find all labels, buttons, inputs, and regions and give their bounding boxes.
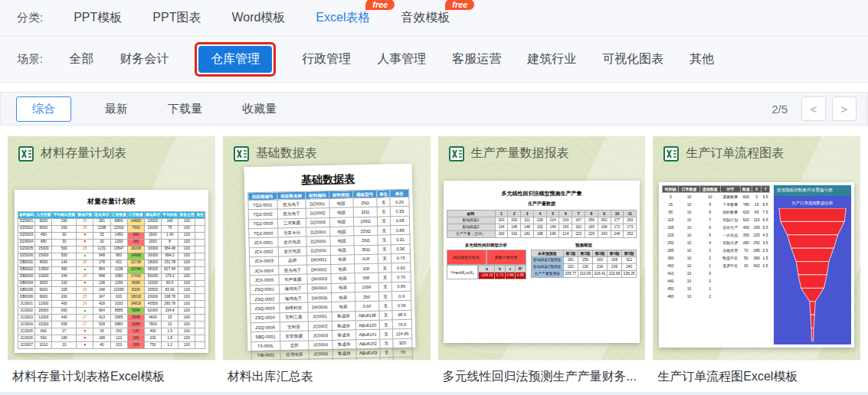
table-header-cell: 订单数量 <box>679 186 699 193</box>
table-cell: DR0006 <box>308 302 332 312</box>
table-header-cell: 5 <box>546 211 559 217</box>
table-cell: 10 <box>679 239 699 246</box>
table-cell: DB0001 <box>18 260 35 266</box>
scene-item-construction[interactable]: 建筑行业 <box>527 51 576 67</box>
table-cell: 100 <box>179 280 195 287</box>
table-cell: 15200 <box>35 322 52 328</box>
table-cell: 151.78 <box>162 260 179 266</box>
funnel-chart-block: 使用指标控制条件设置漏斗图 生产订单流程数据分析 <box>774 185 851 344</box>
sort-favorites[interactable]: 收藏量 <box>242 102 277 116</box>
card-caption[interactable]: 材料出库汇总表 <box>223 360 431 392</box>
table-cell <box>195 335 205 342</box>
table-cell: 电阻 <box>330 245 354 255</box>
card-caption[interactable]: 多元线性回归法预测生产产量财务... <box>438 360 646 392</box>
card-caption[interactable]: 生产订单流程图Excel模板 <box>653 360 860 392</box>
table-cell: 0.5 <box>762 263 770 270</box>
table-cell: 246 <box>611 231 624 238</box>
table-cell: 100Ω <box>353 217 378 227</box>
funnel-chart <box>778 208 847 341</box>
prev-page-button[interactable]: < <box>801 96 826 121</box>
table-cell: 电容 <box>331 283 355 293</box>
scene-item-admin[interactable]: 行政管理 <box>302 51 351 67</box>
table-cell: 162 <box>508 231 521 238</box>
tab-excel-sheet[interactable]: Excel表格 free <box>316 10 370 26</box>
table-cell: 600 <box>52 308 77 315</box>
sheet-title: 多元线性回归法模型预测生产产量 <box>447 190 637 198</box>
table-cell: 508 <box>52 322 77 328</box>
table-cell: 0 <box>663 193 679 201</box>
table-cell: 支 <box>380 357 393 360</box>
table-cell: 10 <box>679 278 699 286</box>
scene-item-finance[interactable]: 财务会计 <box>120 51 169 67</box>
table-cell: 500 <box>52 253 77 260</box>
table-cell: 26 <box>77 260 93 266</box>
tab-sound-template[interactable]: 音效模板 free <box>401 10 450 26</box>
table-header-cell: 6 <box>559 211 572 217</box>
card-preview[interactable]: 基础数据表 基础数据表 供应商编号供应商名称材料编码材料类别规格型号单位单价TQ… <box>223 136 431 360</box>
table-cell: 0.73 <box>495 273 505 279</box>
table-cell: 162 <box>572 224 585 231</box>
table-cell: ZSQ-0003 <box>251 303 280 313</box>
card-preview[interactable]: 材料存量计划表 材量存量计划表 材料编码当月用量平均每日用量警戒天数现有库存订货… <box>8 136 215 360</box>
table-cell: 17430 <box>127 273 144 280</box>
table-cell: 1.8 <box>162 335 179 342</box>
sort-newest[interactable]: 最新 <box>105 102 128 116</box>
scene-item-all[interactable]: 全部 <box>69 51 93 67</box>
table-cell: DR0003 <box>307 274 331 284</box>
card-caption[interactable]: 材料存量计划表格Excel模板 <box>8 360 215 392</box>
table-row: DZ000515000500281231138471820830000384.4… <box>18 246 205 253</box>
table-cell: 15000 <box>35 253 52 260</box>
table-cell: 3000 <box>35 280 52 287</box>
table-cell: 450 <box>35 232 52 239</box>
table-cell: 198.78 <box>162 294 179 301</box>
table-cell: 制造不良 <box>720 255 740 263</box>
table-cell: 27 <box>77 315 93 322</box>
table-cell: 2.5 <box>762 246 770 254</box>
table-cell: 30500 <box>144 287 161 294</box>
scene-item-visual-chart[interactable]: 可视化图表 <box>602 51 663 67</box>
table-header-cell: 2 <box>508 211 521 217</box>
sort-downloads[interactable]: 下载量 <box>168 102 202 116</box>
table-cell: 165 <box>752 224 762 231</box>
table-row: JC0007101033▼402032087501.2100 <box>18 342 205 349</box>
table-cell: 122 <box>110 335 127 342</box>
table-cell: 100 <box>179 322 195 328</box>
table-row: 生产产量预测值205.77210.09216.41222.68228.25 <box>531 271 637 278</box>
table-cell: 电阻 <box>329 227 353 237</box>
table-cell: 8585 <box>110 308 127 315</box>
scene-item-service[interactable]: 客服运营 <box>452 51 501 67</box>
table-cell: 15000 <box>35 246 52 253</box>
table-row: 影响因素1200202211228224234247256262277282 <box>447 217 637 224</box>
table-cell <box>195 280 205 287</box>
table-cell <box>195 253 205 260</box>
table-cell: 10 <box>679 270 699 278</box>
table-cell: 165 <box>585 224 598 231</box>
scene-item-other[interactable]: 其他 <box>689 51 714 67</box>
card-preview[interactable]: 生产订单流程图表 时间轴订单数量流程数量环节数量XY01010调拨数量82009… <box>653 136 860 360</box>
table-cell: ▲ <box>77 308 93 315</box>
sheet-title: 材量存量计划表 <box>18 197 205 207</box>
table-cell: ABu8120 <box>355 320 380 330</box>
sort-comprehensive[interactable]: 综合 <box>16 96 71 122</box>
tab-word-template[interactable]: Word模板 <box>231 10 285 26</box>
table-cell <box>195 301 205 308</box>
card-preview[interactable]: 生产产量数据报表 多元线性回归法模型预测生产产量 生产产量数据 材料123456… <box>438 136 646 360</box>
scene-item-hr[interactable]: 人事管理 <box>377 51 426 67</box>
table-header-cell: 环节 <box>720 186 740 193</box>
table-cell: 10 <box>679 216 699 224</box>
preview-table-container: 时间轴订单数量流程数量环节数量XY01010调拨数量82009.515109下单… <box>662 185 770 344</box>
tab-ppt-template[interactable]: PPT模板 <box>74 10 122 26</box>
table-cell: 0.76 <box>391 253 410 263</box>
table-header-cell: 4 <box>533 211 546 217</box>
table-header-cell: 订存数量 <box>127 212 144 219</box>
next-page-button[interactable]: > <box>832 96 857 121</box>
table-cell: 100 <box>179 335 195 342</box>
free-badge: free <box>445 0 474 10</box>
scene-item-warehouse-selected[interactable]: 仓库管理 <box>198 46 272 73</box>
table-cell: 32Ω <box>352 207 377 217</box>
table-cell <box>762 278 770 286</box>
table-cell: 400 <box>752 263 762 270</box>
table-cell: 100 <box>179 287 195 294</box>
tab-ppt-chart[interactable]: PPT图表 <box>152 10 201 26</box>
table-cell <box>195 232 205 239</box>
